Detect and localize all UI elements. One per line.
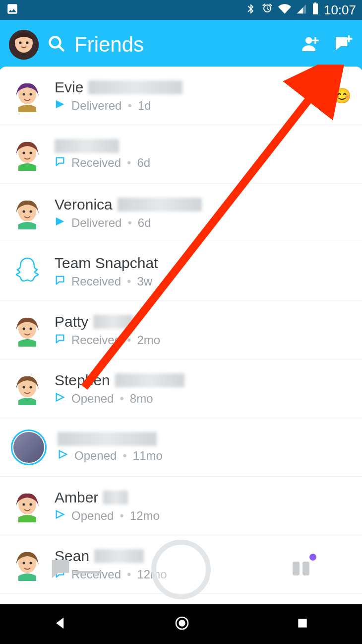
redacted-name — [115, 373, 184, 387]
status-icon — [55, 156, 65, 170]
search-icon[interactable] — [48, 35, 65, 55]
friend-avatar[interactable] — [11, 490, 44, 522]
status-icon — [55, 275, 65, 288]
svg-point-22 — [30, 327, 32, 330]
status-icon — [55, 333, 65, 347]
svg-rect-37 — [302, 562, 309, 575]
friend-name: Veronica — [55, 196, 113, 213]
redacted-name — [118, 198, 202, 212]
friend-row[interactable]: Received•6d — [0, 125, 362, 184]
status-text: Received — [71, 333, 121, 347]
pictures-icon — [6, 2, 19, 17]
status-time: 2mo — [137, 333, 160, 347]
status-icon — [55, 99, 65, 113]
svg-point-9 — [23, 93, 25, 95]
status-time: 3w — [137, 275, 152, 288]
clock-time: 10:07 — [324, 2, 356, 18]
android-status-bar: 10:07 — [0, 0, 362, 20]
separator-dot: • — [127, 99, 131, 113]
svg-point-6 — [305, 37, 312, 44]
status-time: 1d — [138, 99, 151, 113]
separator-dot: • — [120, 509, 123, 523]
new-chat-icon[interactable] — [333, 34, 353, 56]
friend-avatar[interactable] — [11, 79, 44, 112]
friend-avatar[interactable] — [11, 138, 44, 171]
recents-button[interactable] — [296, 617, 309, 632]
svg-point-34 — [30, 562, 32, 564]
wifi-icon — [278, 2, 291, 18]
friend-row[interactable]: Evie Delivered•1d😊 — [0, 67, 362, 125]
svg-point-21 — [23, 327, 25, 330]
svg-point-3 — [26, 42, 29, 44]
home-button[interactable] — [174, 615, 190, 633]
status-time: 6d — [138, 216, 151, 230]
cell-signal-icon — [296, 2, 307, 18]
svg-point-26 — [30, 386, 32, 388]
alarm-icon — [261, 2, 273, 18]
status-icon — [55, 392, 65, 406]
svg-rect-40 — [298, 619, 306, 627]
redacted-name — [93, 315, 133, 329]
back-button[interactable] — [53, 616, 68, 633]
status-text: Delivered — [71, 216, 121, 230]
friend-avatar-story[interactable] — [11, 429, 47, 465]
friend-name: Amber — [55, 489, 98, 506]
add-friend-icon[interactable] — [301, 34, 320, 56]
bluetooth-icon — [245, 2, 256, 18]
streak-emoji: 😊 — [333, 87, 351, 104]
separator-dot: • — [127, 216, 131, 230]
friend-avatar[interactable] — [11, 197, 44, 229]
friend-row[interactable]: Veronica Delivered•6d — [0, 184, 362, 242]
redacted-name — [94, 549, 144, 563]
status-icon — [55, 509, 65, 523]
status-icon — [55, 216, 65, 230]
svg-point-25 — [23, 386, 25, 388]
friend-avatar[interactable] — [11, 372, 44, 405]
status-text: Opened — [74, 449, 117, 463]
android-nav-bar — [0, 604, 362, 644]
ghost-avatar-icon — [11, 255, 44, 288]
friend-name: Patty — [55, 313, 88, 330]
svg-point-13 — [23, 151, 25, 154]
profile-avatar[interactable] — [9, 30, 39, 60]
svg-rect-36 — [293, 562, 300, 575]
separator-dot: • — [127, 333, 131, 347]
status-icon — [58, 449, 68, 463]
redacted-name — [55, 139, 119, 153]
friend-name: Stephen — [55, 372, 110, 389]
status-text: Received — [71, 156, 121, 170]
svg-point-30 — [30, 503, 32, 505]
svg-point-10 — [30, 93, 32, 95]
separator-dot: • — [122, 449, 126, 463]
svg-point-18 — [30, 210, 32, 213]
camera-shutter-button[interactable] — [151, 540, 211, 599]
status-text: Opened — [71, 392, 114, 406]
discover-tab-icon[interactable] — [290, 557, 313, 582]
redacted-name — [88, 80, 182, 94]
chat-tab-icon[interactable] — [48, 556, 73, 583]
friends-list: Evie Delivered•1d😊 Received•6dVeronica D… — [0, 67, 362, 604]
status-time: 11mo — [133, 449, 163, 463]
svg-point-33 — [23, 562, 25, 564]
page-title: Friends — [74, 33, 292, 57]
friend-row[interactable]: Opened•11mo — [0, 418, 362, 477]
svg-point-17 — [23, 210, 25, 213]
status-text: Opened — [71, 509, 114, 523]
friend-avatar[interactable] — [11, 548, 44, 581]
friend-row[interactable]: Amber Opened•12mo — [0, 477, 362, 535]
status-text: Delivered — [71, 99, 121, 113]
friend-row[interactable]: Team Snapchat Received•3w — [0, 242, 362, 301]
battery-icon — [312, 2, 319, 18]
friend-name: Evie — [55, 79, 83, 96]
separator-dot: • — [120, 392, 123, 406]
svg-point-29 — [23, 503, 25, 505]
svg-point-14 — [30, 151, 32, 154]
status-time: 12mo — [130, 509, 160, 523]
status-time: 6d — [137, 156, 150, 170]
friend-row[interactable]: Stephen Opened•8mo — [0, 359, 362, 418]
friend-row[interactable]: Patty Received•2mo — [0, 301, 362, 359]
separator-dot: • — [127, 275, 131, 288]
friend-avatar[interactable] — [11, 314, 44, 347]
friend-name: Team Snapchat — [55, 255, 158, 272]
svg-line-5 — [59, 46, 63, 51]
